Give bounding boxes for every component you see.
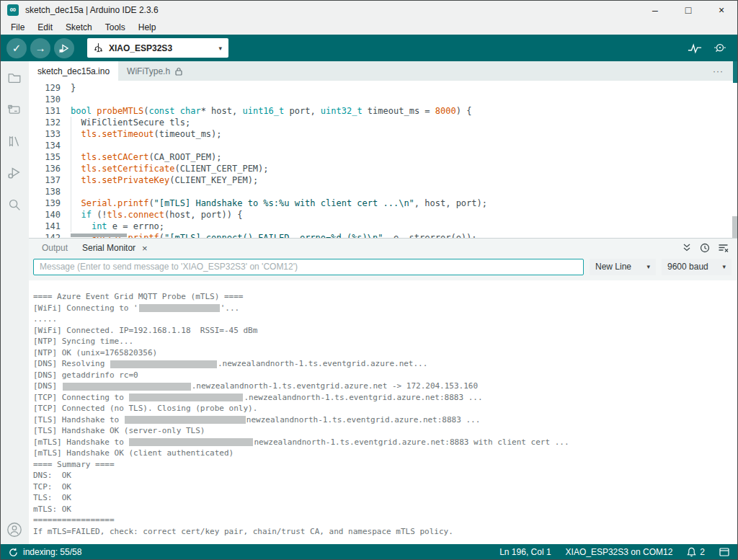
code-line: 129} xyxy=(29,82,738,94)
board-selector[interactable]: XIAO_ESP32S3 ▾ xyxy=(87,38,228,58)
serial-input-row: New Line ▾ 9600 baud ▾ xyxy=(29,257,738,280)
code-line: 141 int e = errno; xyxy=(29,221,738,232)
code-line: 139 Serial.printf("[mTLS] Handshake to %… xyxy=(29,197,738,209)
titlebar: ∞ sketch_dec15a | Arduino IDE 2.3.6 – □ … xyxy=(0,0,738,19)
minimize-button[interactable]: – xyxy=(639,0,672,19)
toolbar: ✓ → XIAO_ESP32S3 ▾ xyxy=(0,35,738,61)
window-controls: – □ × xyxy=(639,0,738,19)
serial-line: DNS: OK xyxy=(33,470,738,481)
serial-output[interactable]: ==== Azure Event Grid MQTT Probe (mTLS) … xyxy=(29,280,738,544)
tab-output[interactable]: Output xyxy=(35,243,75,253)
code-text: Serial.printf("[mTLS] Handshake to %s:%u… xyxy=(61,197,487,209)
serial-line: [TCP] Connecting to .newzealandnorth-1.t… xyxy=(33,392,738,404)
baud-rate-value: 9600 baud xyxy=(667,262,708,272)
serial-line: ..... xyxy=(33,314,738,325)
line-number: 130 xyxy=(29,94,61,105)
debug-icon[interactable] xyxy=(6,164,23,182)
code-text: bool probeMTLS(const char* host, uint16_… xyxy=(61,105,471,117)
serial-line: [NTP] OK (unix=1765820356) xyxy=(33,347,738,359)
line-ending-value: New Line xyxy=(595,262,631,272)
serial-line: If mTLS=FAILED, check: correct cert/key … xyxy=(33,526,738,538)
line-number: 139 xyxy=(29,197,61,209)
code-editor[interactable]: 129}130131bool probeMTLS(const char* hos… xyxy=(29,81,738,238)
collapse-panel-icon[interactable] xyxy=(682,243,692,253)
bell-icon xyxy=(687,547,696,557)
indexing-text: indexing: 55/58 xyxy=(23,547,81,557)
notifications[interactable]: 2 xyxy=(687,547,705,557)
code-line: 134 xyxy=(29,140,738,151)
tab-label: Output xyxy=(42,243,68,253)
sketchbook-folder-icon[interactable] xyxy=(6,69,23,86)
arrow-right-icon: → xyxy=(35,42,46,54)
debug-button[interactable] xyxy=(54,38,74,58)
maximize-button[interactable]: □ xyxy=(672,0,705,19)
indexing-status: indexing: 55/58 xyxy=(9,547,81,557)
code-text xyxy=(61,94,71,105)
serial-line: [TLS] Handshake to newzealandnorth-1.ts.… xyxy=(33,414,738,426)
code-line: 131bool probeMTLS(const char* host, uint… xyxy=(29,105,738,117)
chevron-down-icon: ▾ xyxy=(646,263,650,270)
serial-line: [mTLS] Handshake to newzealandnorth-1.ts… xyxy=(33,437,738,448)
chevron-down-icon: ▾ xyxy=(722,263,726,270)
search-icon[interactable] xyxy=(6,196,23,213)
serial-line: [DNS] Resolving .newzealandnorth-1.ts.ev… xyxy=(33,358,738,370)
cursor-position[interactable]: Ln 196, Col 1 xyxy=(499,547,551,557)
serial-line: mTLS: OK xyxy=(33,504,738,515)
clear-output-icon[interactable] xyxy=(718,243,729,253)
boards-manager-icon[interactable] xyxy=(6,101,23,118)
line-number: 134 xyxy=(29,140,61,151)
menu-edit[interactable]: Edit xyxy=(31,21,59,34)
timestamp-icon[interactable] xyxy=(700,243,710,253)
line-number: 137 xyxy=(29,174,61,186)
serial-line: [NTP] Syncing time... xyxy=(33,336,738,347)
sync-icon xyxy=(9,548,18,557)
tab-wifitype-h[interactable]: WiFiType.h xyxy=(118,61,191,81)
code-line: 136 tls.setCertificate(CLIENT_CERT_PEM); xyxy=(29,163,738,174)
redaction-block xyxy=(63,383,191,391)
account-icon[interactable] xyxy=(6,521,23,538)
menubar: File Edit Sketch Tools Help xyxy=(0,19,738,35)
code-line: 142 Serial.printf("[mTLS] connect() FAIL… xyxy=(29,232,738,238)
tab-label: Serial Monitor xyxy=(82,243,135,253)
menu-help[interactable]: Help xyxy=(132,21,163,34)
serial-line: ==== Summary ==== xyxy=(33,459,738,471)
upload-button[interactable]: → xyxy=(30,38,50,58)
redaction-block xyxy=(129,394,243,401)
serial-message-input[interactable] xyxy=(33,259,584,275)
panel-layout-icon[interactable] xyxy=(719,548,729,556)
menu-sketch[interactable]: Sketch xyxy=(59,21,99,34)
usb-icon xyxy=(94,43,103,53)
baud-rate-select[interactable]: 9600 baud ▾ xyxy=(662,259,732,275)
menu-file[interactable]: File xyxy=(4,21,31,34)
horizontal-scrollbar[interactable] xyxy=(71,234,127,237)
check-icon: ✓ xyxy=(12,42,22,55)
code-line: 140 if (!tls.connect(host, port)) { xyxy=(29,209,738,221)
serial-monitor-icon[interactable] xyxy=(713,43,727,54)
code-line: 133 tls.setTimeout(timeout_ms); xyxy=(29,128,738,140)
tab-label: WiFiType.h xyxy=(127,66,170,76)
board-port-status[interactable]: XIAO_ESP32S3 on COM12 xyxy=(566,547,673,557)
tab-sketch-ino[interactable]: sketch_dec15a.ino xyxy=(29,61,118,81)
panel-toolbar xyxy=(682,243,729,253)
vertical-scrollbar[interactable] xyxy=(732,216,737,238)
verify-button[interactable]: ✓ xyxy=(6,38,27,58)
tab-serial-monitor[interactable]: Serial Monitor × xyxy=(75,243,155,254)
bug-play-icon xyxy=(58,43,70,54)
code-text: tls.setCertificate(CLIENT_CERT_PEM); xyxy=(61,163,269,174)
code-text: } xyxy=(61,82,76,94)
serial-plotter-icon[interactable] xyxy=(688,43,702,54)
library-manager-icon[interactable] xyxy=(6,133,23,150)
redaction-block xyxy=(125,416,246,424)
menu-tools[interactable]: Tools xyxy=(99,21,132,34)
line-number: 141 xyxy=(29,221,61,232)
code-text xyxy=(61,186,71,197)
close-button[interactable]: × xyxy=(705,0,738,19)
scrollbar-decoration xyxy=(733,61,738,83)
code-text: int e = errno; xyxy=(61,221,164,232)
close-tab-icon[interactable]: × xyxy=(142,243,148,254)
toolbar-right xyxy=(688,43,727,54)
serial-line: TLS: OK xyxy=(33,492,738,504)
line-ending-select[interactable]: New Line ▾ xyxy=(590,259,656,275)
activity-sidebar xyxy=(0,61,29,544)
code-line: 130 xyxy=(29,94,738,105)
